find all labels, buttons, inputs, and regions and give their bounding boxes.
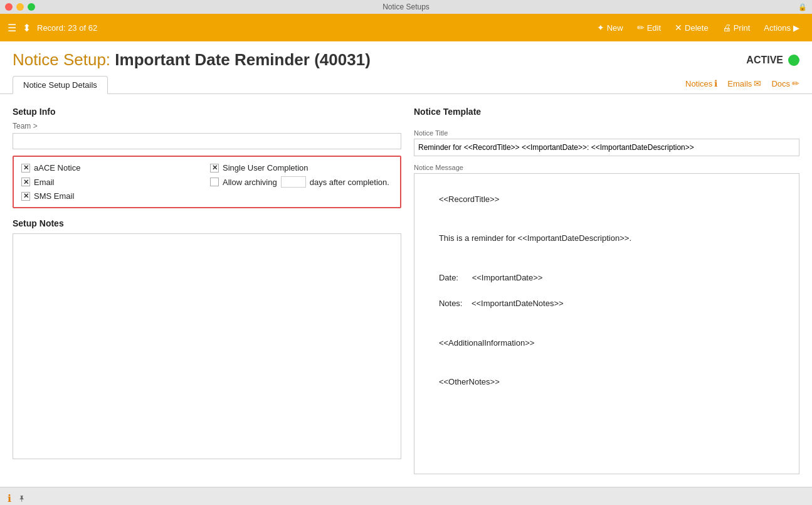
options-box: ✕ aACE Notice ✕ Single User Completion ✕… bbox=[13, 156, 401, 208]
right-panel: Notice Template Notice Title Notice Mess… bbox=[414, 107, 799, 474]
archive-days-input[interactable] bbox=[281, 176, 306, 188]
tabs-row: Notice Setup Details Notices ℹ Emails ✉ … bbox=[13, 76, 799, 93]
sms-email-label: SMS Email bbox=[34, 191, 74, 201]
title-prefix: Notice Setup: bbox=[13, 50, 110, 69]
aace-notice-label: aACE Notice bbox=[34, 163, 80, 173]
emails-link[interactable]: Emails ✉ bbox=[727, 78, 761, 88]
emails-icon: ✉ bbox=[754, 78, 761, 88]
emails-label: Emails bbox=[727, 79, 752, 88]
single-user-completion-label: Single User Completion bbox=[223, 163, 308, 173]
info-icon[interactable]: ℹ bbox=[8, 492, 11, 504]
aace-notice-option: ✕ aACE Notice bbox=[21, 163, 204, 173]
aace-notice-checkbox[interactable]: ✕ bbox=[21, 164, 30, 173]
allow-archiving-label: Allow archiving bbox=[223, 178, 277, 187]
lock-icon: 🔒 bbox=[798, 3, 807, 11]
notices-link[interactable]: Notices ℹ bbox=[685, 78, 717, 88]
title-id: (40031) bbox=[314, 50, 371, 69]
setup-notes-title: Setup Notes bbox=[13, 218, 401, 228]
notice-message-content: <<RecordTitle>> This is a reminder for <… bbox=[414, 173, 799, 474]
edit-icon: ✏ bbox=[637, 23, 645, 33]
tab-notice-setup-details[interactable]: Notice Setup Details bbox=[13, 76, 108, 94]
tabs: Notice Setup Details bbox=[13, 76, 109, 93]
setup-notes-textarea[interactable] bbox=[13, 233, 401, 459]
minimize-button[interactable] bbox=[16, 3, 24, 11]
page-title-row: Notice Setup: Important Date Reminder (4… bbox=[13, 50, 799, 70]
page-header: Notice Setup: Important Date Reminder (4… bbox=[0, 41, 812, 94]
menu-icon[interactable]: ☰ bbox=[8, 22, 16, 34]
setup-notes-section: Setup Notes bbox=[13, 218, 401, 461]
notice-message-group: Notice Message <<RecordTitle>> This is a… bbox=[414, 164, 799, 474]
main-content: Setup Info Team > ✕ aACE Notice ✕ Single… bbox=[0, 94, 812, 487]
notice-title-label: Notice Title bbox=[414, 129, 799, 137]
setup-info-title: Setup Info bbox=[13, 107, 401, 117]
allow-archiving-option: Allow archiving days after completion. bbox=[210, 176, 393, 188]
toolbar-left: ☰ ⬍ Record: 23 of 62 bbox=[8, 22, 582, 34]
pin-icon[interactable]: 🖈 bbox=[18, 494, 26, 504]
actions-button[interactable]: Actions ▶ bbox=[759, 21, 804, 35]
allow-archiving-checkbox[interactable] bbox=[210, 178, 219, 186]
record-info: Record: 23 of 62 bbox=[37, 23, 97, 33]
new-icon: ✦ bbox=[597, 23, 604, 33]
docs-link[interactable]: Docs ✏ bbox=[771, 78, 799, 88]
chevron-icon: ▶ bbox=[793, 23, 799, 33]
docs-label: Docs bbox=[771, 79, 790, 88]
notices-icon: ℹ bbox=[714, 78, 717, 88]
single-user-completion-option: ✕ Single User Completion bbox=[210, 163, 393, 173]
email-checkbox[interactable]: ✕ bbox=[21, 178, 30, 186]
docs-icon: ✏ bbox=[792, 78, 799, 88]
print-icon: 🖨 bbox=[722, 23, 731, 33]
edit-button[interactable]: ✏ Edit bbox=[632, 20, 666, 35]
new-button[interactable]: ✦ New bbox=[592, 20, 628, 35]
nav-arrows-icon[interactable]: ⬍ bbox=[23, 22, 31, 34]
setup-info-section: Setup Info Team > ✕ aACE Notice ✕ Single… bbox=[13, 107, 401, 208]
window-title: Notice Setups bbox=[382, 3, 430, 11]
status-badge: ACTIVE bbox=[746, 55, 799, 66]
print-button[interactable]: 🖨 Print bbox=[717, 20, 756, 35]
status-dot bbox=[788, 55, 799, 66]
team-input[interactable] bbox=[13, 133, 401, 149]
delete-button[interactable]: ✕ Delete bbox=[670, 20, 714, 35]
toolbar: ☰ ⬍ Record: 23 of 62 ✦ New ✏ Edit ✕ Dele… bbox=[0, 14, 812, 41]
notice-title-group: Notice Title bbox=[414, 129, 799, 156]
sms-email-option: ✕ SMS Email bbox=[21, 191, 204, 201]
single-user-completion-checkbox[interactable]: ✕ bbox=[210, 164, 219, 173]
breadcrumb: Team > bbox=[13, 122, 401, 130]
notice-message-label: Notice Message bbox=[414, 164, 799, 171]
toolbar-right: ✦ New ✏ Edit ✕ Delete 🖨 Print Actions ▶ bbox=[592, 20, 804, 35]
delete-icon: ✕ bbox=[675, 23, 682, 33]
close-button[interactable] bbox=[5, 3, 13, 11]
notice-template-title: Notice Template bbox=[414, 107, 799, 117]
tab-links: Notices ℹ Emails ✉ Docs ✏ bbox=[685, 78, 799, 93]
footer: ℹ 🖈 bbox=[0, 487, 812, 505]
email-option: ✕ Email bbox=[21, 176, 204, 188]
email-label: Email bbox=[34, 178, 55, 187]
maximize-button[interactable] bbox=[28, 3, 35, 11]
title-bar: Notice Setups 🔒 bbox=[0, 0, 812, 14]
notices-label: Notices bbox=[685, 79, 712, 88]
notice-title-input[interactable] bbox=[414, 139, 799, 156]
left-panel: Setup Info Team > ✕ aACE Notice ✕ Single… bbox=[13, 107, 401, 474]
title-name: Important Date Reminder bbox=[115, 50, 310, 69]
page-title: Notice Setup: Important Date Reminder (4… bbox=[13, 50, 371, 70]
window-controls bbox=[5, 3, 35, 11]
status-label: ACTIVE bbox=[746, 55, 783, 66]
days-after-suffix: days after completion. bbox=[310, 178, 389, 187]
sms-email-checkbox[interactable]: ✕ bbox=[21, 192, 30, 201]
